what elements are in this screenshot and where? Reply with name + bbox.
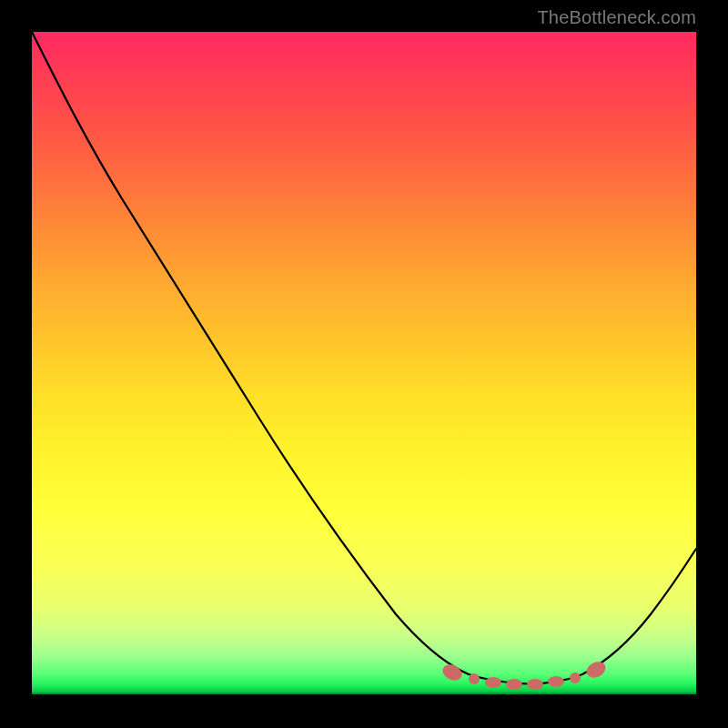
- bottleneck-curve: [32, 32, 696, 684]
- marker-dot: [440, 662, 465, 683]
- marker-dot: [570, 672, 581, 683]
- marker-dot: [469, 673, 480, 684]
- curve-layer: [32, 32, 696, 696]
- marker-dot: [506, 679, 522, 690]
- marker-dot: [485, 677, 501, 688]
- plot-area: [32, 32, 696, 696]
- watermark-text: TheBottleneck.com: [537, 7, 696, 28]
- marker-dot: [527, 679, 543, 690]
- chart-frame: TheBottleneck.com: [0, 0, 728, 728]
- marker-dot: [584, 659, 609, 681]
- marker-dot: [548, 676, 564, 687]
